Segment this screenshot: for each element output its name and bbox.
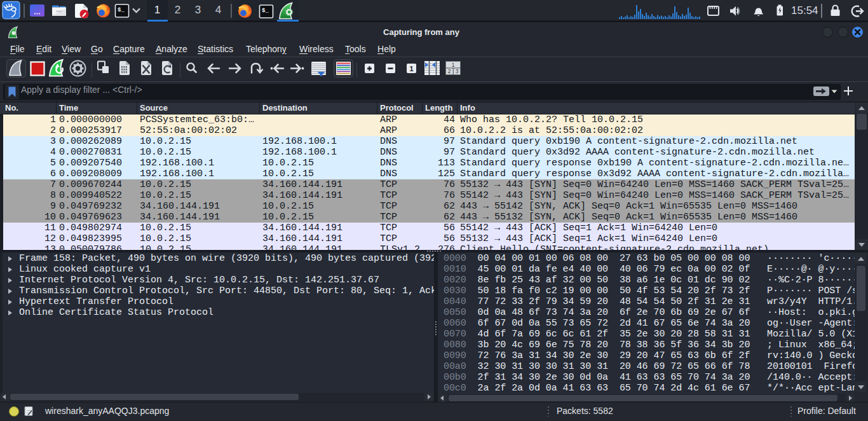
svg-text:$_: $_: [118, 7, 125, 13]
svg-text:3: 3: [456, 68, 459, 74]
svg-text:2: 2: [448, 68, 451, 74]
svg-text:1: 1: [452, 62, 455, 68]
svg-text:$_: $_: [262, 8, 269, 14]
svg-text:1: 1: [409, 65, 413, 72]
